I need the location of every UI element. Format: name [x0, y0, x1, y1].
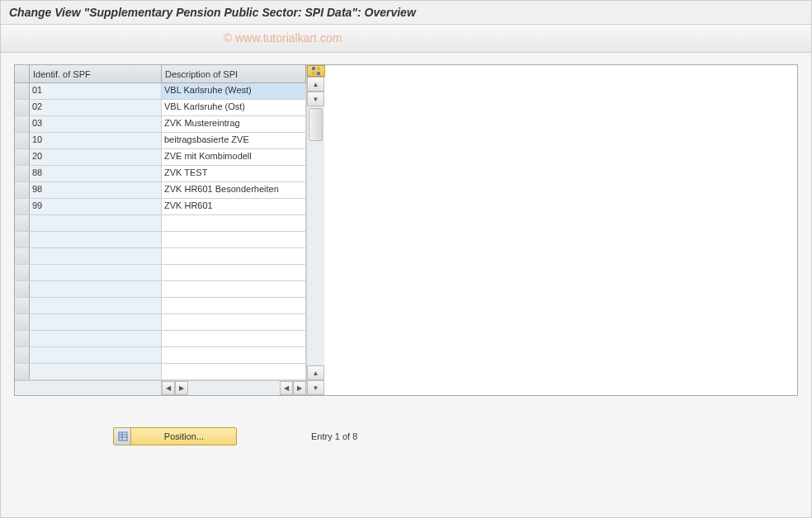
identif-cell[interactable]: 03 [30, 116, 162, 132]
vscroll-track[interactable] [307, 143, 324, 365]
row-selector[interactable] [15, 331, 30, 346]
identif-cell[interactable] [30, 215, 162, 231]
table-row[interactable]: 02VBL Karlsruhe (Ost) [15, 100, 306, 116]
description-cell[interactable] [162, 364, 306, 379]
description-cell[interactable] [162, 298, 306, 313]
row-selector[interactable] [15, 265, 30, 280]
row-selector[interactable] [15, 116, 30, 132]
vertical-scrollbar[interactable]: ▲ ▼ ▲ ▼ [306, 65, 324, 395]
row-selector[interactable] [15, 166, 30, 181]
row-selector[interactable] [15, 248, 30, 264]
identif-cell[interactable] [30, 265, 162, 280]
grid-icon [118, 431, 128, 441]
table-row[interactable]: 10beitragsbasierte ZVE [15, 133, 306, 149]
description-cell[interactable] [162, 347, 306, 363]
description-cell[interactable]: VBL Karlsruhe (West) [162, 83, 306, 99]
description-cell[interactable] [162, 314, 306, 330]
identif-cell[interactable] [30, 314, 162, 330]
description-cell[interactable] [162, 281, 306, 297]
hscroll-track[interactable] [188, 381, 280, 395]
data-table: Identif. of SPF Description of SPI 01VBL… [15, 65, 306, 395]
identif-cell[interactable]: 02 [30, 100, 162, 115]
identif-cell[interactable]: 98 [30, 182, 162, 198]
description-cell[interactable] [162, 232, 306, 247]
description-cell[interactable]: ZVK Mustereintrag [162, 116, 306, 132]
table-settings-icon [311, 66, 321, 76]
hscroll-right2-icon[interactable]: ▶ [293, 381, 306, 395]
table-row-empty[interactable] [15, 364, 306, 380]
row-selector-header[interactable] [15, 65, 30, 82]
identif-cell[interactable] [30, 331, 162, 346]
row-selector[interactable] [15, 232, 30, 247]
table-row[interactable]: 98ZVK HR601 Besonderheiten [15, 182, 306, 199]
identif-cell[interactable] [30, 347, 162, 363]
identif-cell[interactable] [30, 232, 162, 247]
vscroll-thumb[interactable] [309, 108, 323, 141]
row-selector[interactable] [15, 199, 30, 214]
description-cell[interactable]: VBL Karlsruhe (Ost) [162, 100, 306, 115]
hscroll-left-icon[interactable]: ◀ [162, 381, 175, 395]
identif-cell[interactable] [30, 248, 162, 264]
identif-cell[interactable]: 10 [30, 133, 162, 148]
identif-cell[interactable]: 88 [30, 166, 162, 181]
table-row[interactable]: 03ZVK Mustereintrag [15, 116, 306, 133]
column-header-description[interactable]: Description of SPI [162, 65, 306, 82]
description-cell[interactable]: beitragsbasierte ZVE [162, 133, 306, 148]
position-button[interactable]: Position... [113, 427, 237, 445]
position-icon [115, 428, 131, 445]
identif-cell[interactable]: 20 [30, 149, 162, 165]
identif-cell[interactable]: 01 [30, 83, 162, 99]
content-area: Identif. of SPF Description of SPI 01VBL… [1, 53, 811, 457]
svg-rect-2 [312, 72, 315, 75]
vscroll-down-icon[interactable]: ▼ [307, 92, 324, 106]
description-cell[interactable]: ZVE mit Kombimodell [162, 149, 306, 165]
row-selector[interactable] [15, 215, 30, 231]
table-row[interactable]: 99ZVK HR601 [15, 199, 306, 215]
identif-cell[interactable] [30, 298, 162, 313]
svg-rect-0 [312, 67, 315, 70]
vscroll-up-icon[interactable]: ▲ [307, 77, 324, 92]
table-row-empty[interactable] [15, 215, 306, 232]
horizontal-scrollbar[interactable]: ◀ ▶ ◀ ▶ [15, 380, 306, 395]
row-selector[interactable] [15, 347, 30, 363]
row-selector[interactable] [15, 281, 30, 297]
table-row-empty[interactable] [15, 248, 306, 265]
footer-section: Position... Entry 1 of 8 [14, 427, 798, 445]
table-row-empty[interactable] [15, 265, 306, 281]
description-cell[interactable] [162, 331, 306, 346]
description-cell[interactable]: ZVK HR601 [162, 199, 306, 214]
description-cell[interactable] [162, 215, 306, 231]
table-settings-button[interactable] [307, 65, 325, 77]
row-selector[interactable] [15, 100, 30, 115]
row-selector[interactable] [15, 314, 30, 330]
description-cell[interactable] [162, 248, 306, 264]
identif-cell[interactable] [30, 364, 162, 379]
description-cell[interactable] [162, 265, 306, 280]
identif-cell[interactable]: 99 [30, 199, 162, 214]
description-cell[interactable]: ZVK TEST [162, 166, 306, 181]
row-selector[interactable] [15, 133, 30, 148]
table-row[interactable]: 01VBL Karlsruhe (West) [15, 83, 306, 100]
table-row[interactable]: 20ZVE mit Kombimodell [15, 149, 306, 166]
column-header-identif[interactable]: Identif. of SPF [30, 65, 162, 82]
entry-status-text: Entry 1 of 8 [311, 431, 357, 441]
row-selector[interactable] [15, 83, 30, 99]
identif-cell[interactable] [30, 281, 162, 297]
vscroll-down2-icon[interactable]: ▼ [307, 380, 324, 395]
row-selector[interactable] [15, 182, 30, 198]
toolbar: © www.tutorialkart.com [1, 25, 811, 53]
hscroll-right-icon[interactable]: ▶ [175, 381, 188, 395]
hscroll-left2-icon[interactable]: ◀ [280, 381, 293, 395]
description-cell[interactable]: ZVK HR601 Besonderheiten [162, 182, 306, 198]
row-selector[interactable] [15, 364, 30, 379]
table-row-empty[interactable] [15, 281, 306, 298]
vscroll-up2-icon[interactable]: ▲ [307, 365, 324, 380]
table-row-empty[interactable] [15, 232, 306, 248]
table-row-empty[interactable] [15, 347, 306, 364]
table-row-empty[interactable] [15, 331, 306, 347]
row-selector[interactable] [15, 149, 30, 165]
table-row-empty[interactable] [15, 298, 306, 314]
table-row[interactable]: 88ZVK TEST [15, 166, 306, 182]
table-row-empty[interactable] [15, 314, 306, 331]
row-selector[interactable] [15, 298, 30, 313]
